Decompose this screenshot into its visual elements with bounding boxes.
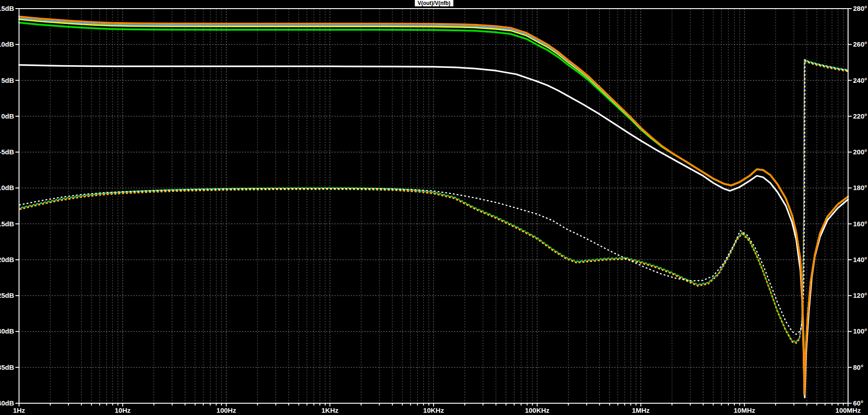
y-right-label: 60° [853, 399, 863, 407]
y-left-label: -30dB [0, 327, 14, 335]
y-left-label: 15dB [0, 5, 14, 12]
y-right-label: 120° [853, 291, 867, 299]
waveform-viewer-pane: V(out)/V(nfb) 15dB10dB5dB0dB-5dB-10dB-15… [0, 0, 868, 415]
y-left-label: -10dB [0, 184, 14, 191]
bode-plot: 15dB10dB5dB0dB-5dB-10dB-15dB-20dB-25dB-3… [0, 0, 868, 415]
y-left-label: -5dB [0, 148, 14, 156]
y-right-label: 220° [853, 112, 867, 120]
plot-background [0, 0, 868, 415]
x-axis-label: 1MHz [632, 406, 650, 414]
x-axis-label: 1KHz [321, 406, 338, 414]
y-left-label: -20dB [0, 256, 14, 263]
y-right-label: 240° [853, 76, 867, 84]
y-right-label: 160° [853, 220, 867, 228]
pane-title[interactable]: V(out)/V(nfb) [415, 0, 453, 6]
x-axis-label: 1Hz [13, 406, 25, 414]
y-left-label: -35dB [0, 363, 14, 371]
y-right-label: 100° [853, 327, 867, 335]
y-right-label: 80° [853, 363, 863, 371]
y-right-label: 260° [853, 40, 867, 48]
y-right-label: 140° [853, 256, 867, 263]
y-left-label: -25dB [0, 291, 14, 299]
y-left-label: 5dB [1, 76, 14, 84]
y-left-label: -15dB [0, 220, 14, 228]
x-axis-label: 10MHz [733, 406, 755, 414]
y-left-label: -40dB [0, 399, 14, 407]
y-right-label: 180° [853, 184, 867, 191]
y-right-label: 200° [853, 148, 867, 156]
y-right-label: 280° [853, 5, 867, 12]
y-left-label: 10dB [0, 40, 14, 48]
x-axis-label: 100Hz [217, 406, 236, 414]
y-left-label: 0dB [1, 112, 14, 120]
x-axis-label: 100MHz [835, 406, 861, 414]
x-axis-label: 10Hz [115, 406, 130, 414]
x-axis-label: 10KHz [423, 406, 444, 414]
x-axis-label: 100KHz [525, 406, 550, 414]
